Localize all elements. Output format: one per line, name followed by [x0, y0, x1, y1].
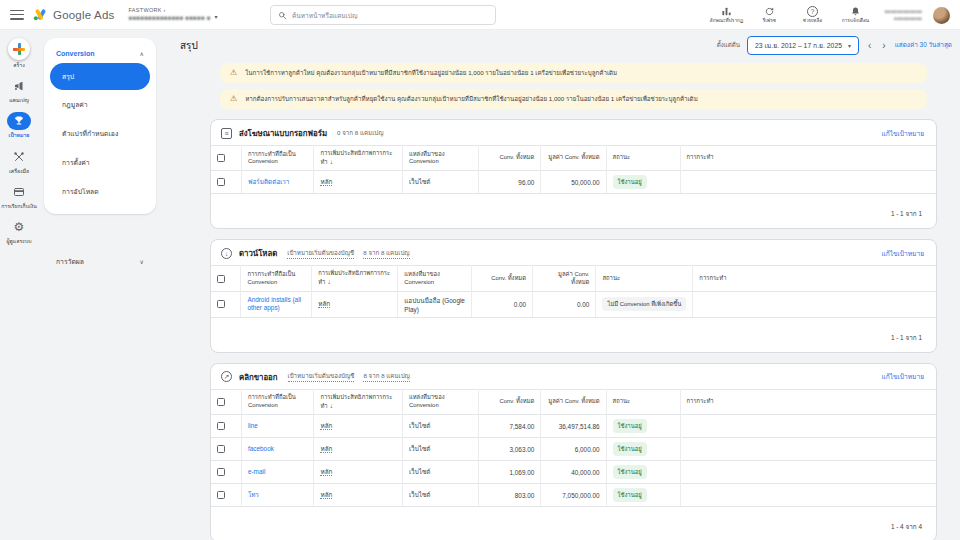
column-header[interactable]: การกระทำที่ถือเป็น Conversion [241, 389, 314, 414]
subnav-section-conversion[interactable]: Conversion ∧ [44, 42, 156, 63]
column-header[interactable]: การเพิ่มประสิทธิภาพการกระทำ↓ [312, 266, 398, 291]
nav-goals[interactable]: เป้าหมาย [0, 112, 38, 138]
download-icon: ↓ [221, 248, 232, 259]
column-header[interactable]: การเพิ่มประสิทธิภาพการกระทำ↓ [314, 389, 402, 414]
column-header[interactable]: การกระทำที่ถือเป็น Conversion [241, 146, 314, 171]
row-checkbox[interactable] [217, 491, 225, 499]
row-action-cell [680, 171, 936, 194]
column-header[interactable]: มูลค่า Conv. ทั้งหมด [541, 146, 606, 171]
main-menu-icon[interactable] [10, 10, 24, 20]
nav-billing[interactable]: การเรียกเก็บเงิน [0, 183, 38, 209]
sidebar-item-settings[interactable]: การตั้งค่า [44, 148, 156, 177]
optimization-value[interactable]: หลัก [320, 178, 332, 186]
row-checkbox[interactable] [217, 445, 225, 453]
date-prev-icon[interactable]: ‹ [866, 40, 873, 51]
column-header[interactable]: สถานะ [606, 389, 680, 414]
row-checkbox[interactable] [217, 422, 225, 430]
global-search[interactable] [270, 5, 496, 25]
table-row: โทรหลักเว็บไซต์803.007,050,000.00ใช้งานอ… [211, 484, 936, 507]
conversion-action-link[interactable]: Android installs (all other apps) [247, 296, 305, 313]
section-meta[interactable]: เป้าหมายเริ่มต้นของบัญชี [287, 248, 354, 259]
row-checkbox[interactable] [217, 178, 225, 186]
edit-goal-link[interactable]: แก้ไขเป้าหมาย [882, 128, 924, 139]
status-badge: ใช้งานอยู่ [613, 419, 647, 433]
column-header[interactable]: สถานะ [596, 266, 693, 291]
section-meta[interactable]: 8 จาก 8 แคมเปญ [363, 371, 409, 382]
select-all-checkbox[interactable] [217, 154, 225, 162]
conversion-source: เว็บไซต์ [402, 484, 478, 507]
sidebar-item-summary[interactable]: สรุป [50, 63, 150, 90]
account-caret-icon[interactable]: ▾ [215, 14, 218, 22]
column-header[interactable]: แหล่งที่มาของ Conversion [398, 266, 472, 291]
notifications-button[interactable]: การแจ้งเตือน [837, 6, 873, 24]
column-header[interactable]: Conv. ทั้งหมด [472, 266, 533, 291]
row-checkbox[interactable] [217, 300, 225, 308]
nav-campaigns[interactable]: แคมเปญ [0, 77, 38, 103]
conversion-action-link[interactable]: line [248, 422, 258, 431]
section-meta: 0 จาก 8 แคมเปญ [337, 128, 383, 138]
appearance-icon [721, 6, 732, 17]
chevron-up-icon: ∧ [140, 50, 144, 57]
column-header[interactable]: การกระทำที่ถือเป็น Conversion [241, 266, 312, 291]
conversion-action-link[interactable]: โทร [248, 491, 259, 500]
conversion-source: เว็บไซต์ [402, 461, 478, 484]
conversion-action-link[interactable]: facebook [248, 445, 274, 454]
column-header[interactable]: แหล่งที่มาของ Conversion [402, 389, 478, 414]
help-button[interactable]: ? ช่วยเหลือ [794, 6, 830, 24]
nav-rail: สร้าง แคมเปญ เป้าหมาย เครื่องมือ การเรีย… [0, 30, 38, 540]
warning-banner: ⚠ ในการใช้การหาลูกค้าใหม่ คุณต้องรวมกลุ่… [220, 63, 927, 83]
optimization-value[interactable]: หลัก [320, 445, 332, 453]
nav-create[interactable]: สร้าง [0, 38, 38, 68]
section-title: ดาวน์โหลด [239, 247, 277, 259]
avatar[interactable] [933, 7, 950, 24]
row-checkbox[interactable] [217, 468, 225, 476]
optimization-value[interactable]: หลัก [320, 422, 332, 430]
optimization-value[interactable]: หลัก [318, 300, 330, 308]
section-meta[interactable]: 8 จาก 8 แคมเปญ [363, 248, 409, 259]
pagination-label: 1 - 1 จาก 1 [891, 334, 922, 341]
manager-account-label: FASTWORK › [128, 7, 217, 14]
sidebar-item-custom-variables[interactable]: ตัวแปรที่กำหนดเอง [44, 119, 156, 148]
optimization-value[interactable]: หลัก [320, 491, 332, 499]
all-conversions-value: 96.00 [479, 171, 541, 194]
column-header[interactable]: สถานะ [606, 146, 680, 171]
select-all-checkbox[interactable] [217, 275, 225, 283]
create-icon [8, 38, 30, 60]
date-range-picker[interactable]: 23 เม.ย. 2012 – 17 ก.ย. 2025 ▾ [747, 36, 859, 55]
column-header[interactable]: มูลค่า Conv. ทั้งหมด [533, 266, 596, 291]
main-content: สรุป ตั้งแต่ต้น 23 เม.ย. 2012 – 17 ก.ย. … [168, 30, 960, 540]
nav-admin[interactable]: ⚙ ผู้ดูแลระบบ [0, 218, 38, 244]
column-header[interactable]: การเพิ่มประสิทธิภาพการกระทำ↓ [314, 146, 402, 171]
account-breadcrumb[interactable]: FASTWORK › ●●●●●●●●●●●●●● ●●●●● ● ▾ [128, 7, 217, 22]
sections-host: ≡ ส่งโฆษณาแบบกรอกฟอร์ม 0 จาก 8 แคมเปญ แก… [168, 119, 960, 540]
sidebar-item-uploads[interactable]: การอัปโหลด [44, 177, 156, 206]
column-header[interactable]: Conv. ทั้งหมด [479, 146, 541, 171]
sidebar-section-measurement[interactable]: การวัดผล ∨ [44, 256, 156, 267]
google-ads-logo-icon [33, 8, 48, 21]
section-meta[interactable]: เป้าหมายเริ่มต้นของบัญชี [288, 371, 355, 382]
show-last-30-days-link[interactable]: แสดงค่า 30 วันล่าสุด [895, 40, 952, 50]
appearance-button[interactable]: ลักษณะที่ปรากฏ [708, 6, 744, 24]
all-conversions-value: 1,069.00 [479, 461, 541, 484]
column-header[interactable]: การกระทำ [680, 389, 936, 414]
column-header[interactable]: มูลค่า Conv. ทั้งหมด [541, 389, 606, 414]
column-header[interactable]: การกระทำ [680, 146, 936, 171]
optimization-value[interactable]: หลัก [320, 468, 332, 476]
nav-tools[interactable]: เครื่องมือ [0, 148, 38, 174]
date-range-prefix: ตั้งแต่ต้น [717, 40, 740, 50]
sidebar-item-value-rules[interactable]: กฎมูลค่า [44, 90, 156, 119]
table-row: e-mailหลักเว็บไซต์1,069.0040,000.00ใช้งา… [211, 461, 936, 484]
edit-goal-link[interactable]: แก้ไขเป้าหมาย [882, 371, 924, 382]
column-header[interactable]: Conv. ทั้งหมด [479, 389, 541, 414]
select-all-checkbox[interactable] [217, 398, 225, 406]
conversion-action-link[interactable]: e-mail [248, 468, 265, 477]
column-header[interactable]: การกระทำ [693, 266, 936, 291]
date-next-icon[interactable]: › [880, 40, 887, 51]
column-header[interactable]: แหล่งที่มาของ Conversion [402, 146, 478, 171]
refresh-button[interactable]: รีเฟรช [751, 6, 787, 24]
search-input[interactable] [292, 12, 488, 19]
conversion-value-total: 6,000.00 [541, 438, 606, 461]
edit-goal-link[interactable]: แก้ไขเป้าหมาย [882, 248, 924, 259]
conversion-action-link[interactable]: ฟอร์มติดต่อเรา [248, 178, 290, 187]
status-badge: ใช้งานอยู่ [613, 175, 647, 189]
